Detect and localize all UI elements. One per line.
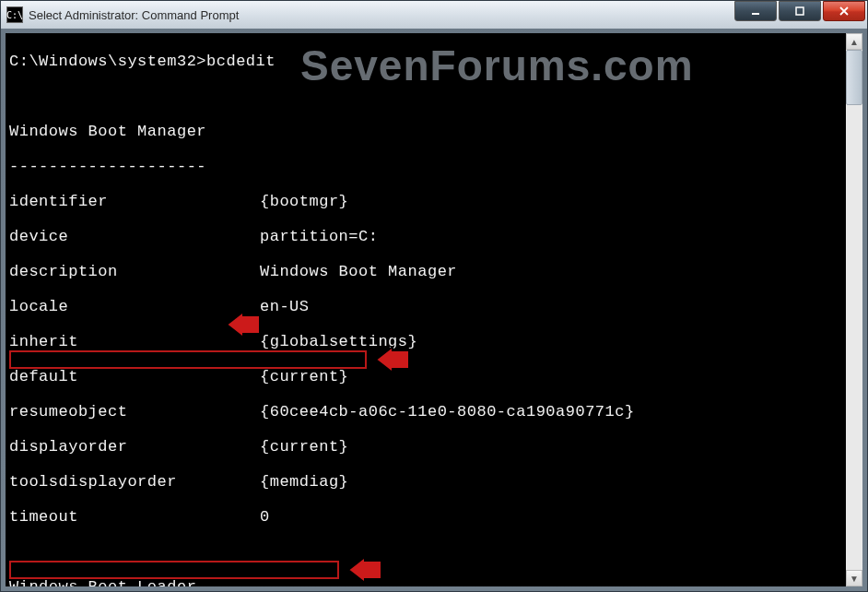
terminal-output[interactable]: C:\Windows\system32>bcdedit Windows Boot…	[6, 33, 846, 586]
section-header: Windows Boot Loader	[9, 578, 196, 586]
prompt-text: C:\Windows\system32>	[9, 53, 206, 70]
bcd-key: default	[9, 368, 260, 385]
bcd-value: {globalsettings}	[260, 333, 417, 350]
bcd-value: {memdiag}	[260, 473, 348, 491]
maximize-button[interactable]	[779, 1, 821, 21]
bcd-key: toolsdisplayorder	[9, 473, 260, 491]
bcd-key: locale	[9, 298, 260, 315]
scroll-up-button[interactable]: ▲	[846, 33, 862, 50]
bcd-value: Windows Boot Manager	[260, 263, 457, 280]
titlebar[interactable]: C:\ Select Administrator: Command Prompt	[1, 1, 867, 29]
minimize-button[interactable]	[734, 1, 777, 21]
bcd-key: resumeobject	[9, 403, 260, 420]
command-text: bcdedit	[206, 53, 276, 70]
section-header: Windows Boot Manager	[9, 123, 206, 140]
scroll-down-button[interactable]: ▼	[846, 570, 862, 586]
window-buttons	[734, 1, 865, 21]
bcd-value: partition=C:	[260, 228, 378, 245]
bcd-value: 0	[260, 508, 270, 526]
command-prompt-window: C:\ Select Administrator: Command Prompt…	[0, 0, 868, 592]
bcd-key: device	[9, 228, 260, 245]
bcd-value: {bootmgr}	[260, 193, 348, 210]
scroll-thumb[interactable]	[846, 50, 862, 105]
bcd-key: inherit	[9, 333, 260, 350]
bcd-key: timeout	[9, 508, 260, 526]
svg-rect-0	[752, 13, 759, 15]
cmd-icon: C:\	[6, 6, 23, 23]
client-area: C:\Windows\system32>bcdedit Windows Boot…	[6, 33, 862, 586]
bcd-value: {60cee4cb-a06c-11e0-8080-ca190a90771c}	[260, 403, 635, 420]
bcd-value: {current}	[260, 368, 348, 385]
bcd-value: {current}	[260, 438, 348, 456]
vertical-scrollbar[interactable]: ▲ ▼	[846, 33, 862, 586]
bcd-key: description	[9, 263, 260, 280]
bcd-key: displayorder	[9, 438, 260, 456]
bcd-key: identifier	[9, 193, 260, 210]
window-title: Select Administrator: Command Prompt	[29, 8, 239, 22]
bcd-value: en-US	[260, 298, 310, 315]
section-rule: --------------------	[9, 158, 206, 175]
svg-rect-1	[796, 7, 803, 15]
close-button[interactable]	[823, 1, 865, 21]
